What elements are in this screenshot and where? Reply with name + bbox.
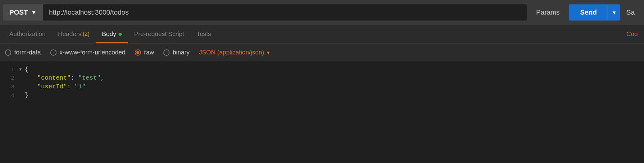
line-number-4: 4 (0, 92, 19, 99)
radio-binary[interactable]: binary (163, 49, 189, 56)
tab-prerequest[interactable]: Pre-request Script (128, 25, 190, 43)
code-content-2: "content": "test", (25, 74, 644, 82)
headers-badge: (2) (83, 31, 89, 37)
radio-binary-label: binary (173, 49, 189, 56)
code-indent-3 (25, 83, 37, 90)
send-dropdown-chevron-icon: ▾ (613, 9, 616, 16)
radio-form-data[interactable]: form-data (5, 49, 41, 56)
radio-form-data-circle (5, 49, 11, 56)
tab-prerequest-label: Pre-request Script (134, 30, 184, 38)
url-bar: POST ▼ Params Send ▾ Sa (0, 0, 644, 25)
json-format-chevron-icon: ▾ (267, 49, 270, 56)
code-line-1: 1 ▾ { (0, 65, 644, 74)
send-button[interactable]: Send (569, 4, 608, 21)
code-indent-2 (25, 74, 37, 82)
tab-body-label: Body (102, 30, 116, 38)
save-area: Sa (620, 4, 641, 21)
tabs-bar: Authorization Headers (2) Body Pre-reque… (0, 25, 644, 44)
code-content-3: "userId": "1" (25, 83, 644, 90)
code-content-1: { (25, 66, 644, 73)
json-colon-3: : (67, 83, 75, 90)
method-chevron-icon: ▼ (31, 9, 37, 16)
json-format-selector[interactable]: JSON (application/json) ▾ (199, 49, 270, 56)
line-arrow-1: ▾ (19, 65, 25, 73)
radio-binary-circle (163, 49, 170, 56)
tab-authorization[interactable]: Authorization (3, 25, 52, 43)
json-format-label: JSON (application/json) (199, 49, 264, 56)
code-editor[interactable]: 1 ▾ { 2 "content": "test", 3 "userId": "… (0, 62, 644, 163)
body-options: form-data x-www-form-urlencoded raw bina… (0, 44, 644, 62)
radio-urlencoded-circle (50, 49, 57, 56)
line-number-1: 1 (0, 67, 19, 73)
send-dropdown-button[interactable]: ▾ (608, 4, 620, 21)
radio-urlencoded-label: x-www-form-urlencoded (60, 49, 125, 56)
tab-tests-label: Tests (197, 30, 211, 38)
line-number-2: 2 (0, 75, 19, 81)
tab-authorization-label: Authorization (9, 30, 46, 38)
method-label: POST (9, 8, 28, 16)
json-value-content: "test", (78, 74, 104, 82)
tab-cookies-label: Coo (626, 30, 638, 37)
json-colon-2: : (71, 74, 78, 82)
method-button[interactable]: POST ▼ (3, 4, 43, 21)
json-key-userid: "userId" (37, 83, 67, 90)
tab-tests[interactable]: Tests (190, 25, 217, 43)
code-line-3: 3 "userId": "1" (0, 82, 644, 91)
json-key-content: "content" (37, 74, 71, 82)
tab-body[interactable]: Body (96, 25, 128, 43)
radio-raw-label: raw (144, 49, 154, 56)
radio-urlencoded[interactable]: x-www-form-urlencoded (50, 49, 125, 56)
tab-headers-label: Headers (58, 30, 82, 38)
body-active-dot (119, 33, 122, 36)
url-input[interactable] (43, 4, 527, 21)
tab-cookies[interactable]: Coo (620, 30, 644, 38)
code-line-4: 4 } (0, 91, 644, 100)
radio-raw[interactable]: raw (135, 49, 154, 56)
tab-headers[interactable]: Headers (2) (52, 25, 96, 43)
code-line-2: 2 "content": "test", (0, 74, 644, 82)
save-label: Sa (626, 8, 635, 16)
params-button[interactable]: Params (527, 4, 569, 21)
radio-raw-circle (135, 49, 141, 56)
code-content-4: } (25, 92, 644, 99)
radio-form-data-label: form-data (14, 49, 41, 56)
json-value-userid: "1" (75, 83, 86, 90)
line-number-3: 3 (0, 84, 19, 90)
